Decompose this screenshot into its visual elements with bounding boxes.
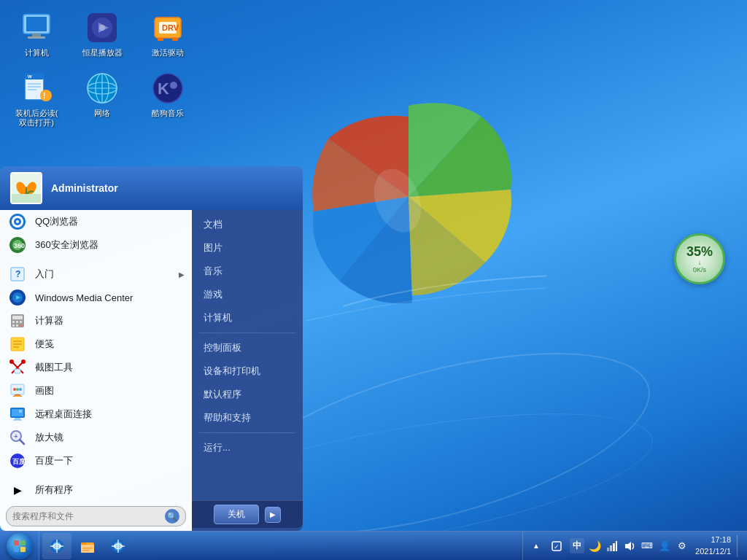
- right-menu-devices-printers[interactable]: 设备和打印机: [192, 359, 303, 383]
- menu-item-wmc[interactable]: Windows Media Center: [0, 286, 192, 309]
- net-arrow: ↓: [698, 258, 702, 266]
- magnify-label: 放大镜: [35, 431, 185, 444]
- svg-rect-55: [20, 324, 22, 327]
- shutdown-button[interactable]: 关机: [214, 505, 259, 524]
- start-orb: [7, 533, 33, 559]
- computer-icon-label: 计算机: [25, 48, 49, 58]
- tray-moon-icon[interactable]: 🌙: [587, 539, 602, 553]
- svg-rect-97: [607, 548, 609, 551]
- search-button[interactable]: 🔍: [165, 509, 179, 524]
- paint-icon: [7, 381, 28, 401]
- tray-input-icon[interactable]: ⌨: [640, 539, 654, 553]
- right-menu-divider-2: [199, 432, 295, 433]
- svg-rect-3: [32, 34, 41, 36]
- svg-rect-25: [158, 38, 163, 41]
- taskbar-item-ie[interactable]: [42, 533, 71, 559]
- hengxing-player-icon: [85, 10, 120, 45]
- start-button[interactable]: [0, 532, 39, 561]
- menu-item-snipping[interactable]: 截图工具: [0, 356, 192, 379]
- svg-text:?: ?: [15, 269, 20, 279]
- tray-show-desktop[interactable]: [737, 535, 741, 557]
- taskbar-ie2-icon: [109, 537, 127, 555]
- clock[interactable]: 17:18 2021/12/1: [692, 534, 731, 557]
- right-menu-help-support[interactable]: 帮助和支持: [192, 406, 303, 429]
- tray-expand-icon[interactable]: ▲: [529, 539, 543, 553]
- menu-item-sticky[interactable]: 便笺: [0, 332, 192, 356]
- desktop-icon-install-readme[interactable]: W ! 装机后必读( 双击打开): [7, 68, 66, 131]
- tray-user-icon[interactable]: 👤: [657, 539, 672, 553]
- desktop-icon-hengxing-player[interactable]: 恒星播放器: [73, 7, 131, 61]
- activate-driver-icon: DRV: [150, 10, 185, 45]
- right-menu-computer[interactable]: 计算机: [192, 306, 303, 330]
- taskbar-items: [39, 532, 522, 560]
- right-menu-documents[interactable]: 文档: [192, 213, 303, 236]
- tray-action-center-icon[interactable]: ✓: [549, 539, 564, 553]
- menu-item-intro[interactable]: ? 入门 ▶: [0, 262, 192, 286]
- menu-item-baidu[interactable]: 百度 百度一下: [0, 449, 192, 472]
- start-menu-body: QQ浏览器 360 360安全浏览器: [0, 210, 303, 531]
- svg-rect-98: [610, 545, 612, 551]
- net-speed: 0K/s: [693, 266, 706, 273]
- svg-rect-99: [613, 543, 615, 551]
- svg-rect-51: [16, 321, 18, 323]
- svg-point-67: [16, 388, 19, 391]
- desktop-icon-kugou-music[interactable]: K 酷狗音乐: [139, 68, 197, 121]
- install-readme-icon: W !: [19, 71, 54, 106]
- svg-point-39: [16, 220, 19, 223]
- taskbar-item-ie2[interactable]: [104, 533, 133, 559]
- tray-network-icon[interactable]: [605, 539, 619, 553]
- right-menu-games[interactable]: 游戏: [192, 283, 303, 306]
- right-menu-pictures[interactable]: 图片: [192, 236, 303, 260]
- desktop-icon-computer[interactable]: 计算机: [7, 7, 66, 61]
- svg-rect-82: [20, 547, 26, 552]
- menu-item-qq-browser[interactable]: QQ浏览器: [0, 210, 192, 233]
- desktop-icon-network[interactable]: 网络: [73, 68, 131, 121]
- svg-text:!: !: [43, 92, 45, 100]
- sticky-icon: [7, 334, 28, 354]
- menu-item-360-browser[interactable]: 360 360安全浏览器: [0, 233, 192, 257]
- shutdown-bar: 关机 ▶: [192, 500, 303, 528]
- taskbar-explorer-icon: [79, 537, 96, 555]
- kugou-music-icon-label: 酷狗音乐: [152, 109, 184, 118]
- menu-item-calculator[interactable]: 计算器: [0, 309, 192, 332]
- rdp-icon: [7, 404, 28, 424]
- svg-line-75: [20, 440, 24, 444]
- paint-label: 画图: [35, 384, 185, 397]
- svg-rect-49: [12, 316, 23, 319]
- net-percent: 35%: [686, 245, 713, 258]
- svg-rect-100: [616, 541, 617, 551]
- svg-point-11: [40, 90, 52, 101]
- menu-item-paint[interactable]: 画图: [0, 379, 192, 402]
- tray-settings-icon[interactable]: ⚙: [675, 539, 689, 553]
- right-menu-run[interactable]: 运行...: [192, 436, 303, 459]
- svg-point-66: [13, 388, 16, 391]
- taskbar-item-explorer[interactable]: [73, 533, 102, 559]
- start-menu-left-panel: QQ浏览器 360 360安全浏览器: [0, 210, 192, 531]
- svg-rect-81: [14, 547, 19, 552]
- menu-item-rdp[interactable]: 远程桌面连接: [0, 402, 192, 426]
- search-input[interactable]: [12, 511, 160, 521]
- install-readme-icon-label: 装机后必读( 双击打开): [15, 109, 58, 128]
- start-menu: Administrator QQ浏览器: [0, 166, 303, 531]
- computer-icon: [19, 10, 54, 45]
- 360-browser-icon: 360: [7, 235, 28, 255]
- taskbar: ▲ ✓ 中 🌙: [0, 531, 747, 560]
- net-speed-widget: 35% ↓ 0K/s: [674, 233, 725, 284]
- intro-label: 入门: [35, 268, 171, 281]
- menu-item-all-programs[interactable]: ▶ 所有程序: [0, 478, 192, 502]
- shutdown-arrow[interactable]: ▶: [265, 507, 281, 523]
- svg-point-62: [9, 359, 14, 364]
- calculator-label: 计算器: [35, 314, 185, 327]
- all-programs-icon: ▶: [7, 480, 28, 500]
- tray-volume-icon[interactable]: [622, 539, 637, 553]
- desktop-icon-activate-driver[interactable]: DRV 激活驱动: [139, 7, 197, 61]
- start-menu-header: Administrator: [0, 166, 303, 210]
- wmc-icon: [7, 287, 28, 308]
- svg-rect-52: [20, 321, 22, 323]
- right-menu-default-programs[interactable]: 默认程序: [192, 383, 303, 406]
- svg-rect-53: [12, 324, 15, 327]
- menu-item-magnify[interactable]: + 放大镜: [0, 426, 192, 449]
- right-menu-music[interactable]: 音乐: [192, 260, 303, 283]
- lang-indicator[interactable]: 中: [570, 538, 584, 553]
- right-menu-control-panel[interactable]: 控制面板: [192, 336, 303, 359]
